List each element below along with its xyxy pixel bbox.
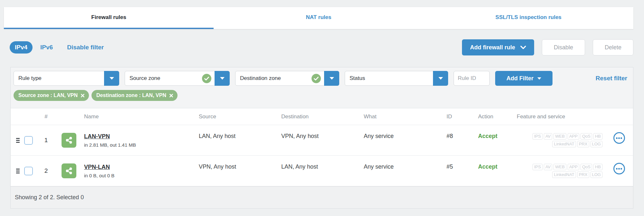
filter-bar: Rule type Source zone Destination zone S… [11,67,633,86]
row-cell-source: LAN, Any host [194,125,276,155]
badge-linkednat: LinkedNAT [552,172,576,178]
tab-firewall-rules[interactable]: Firewall rules [4,7,214,29]
dropdown-arrow-button[interactable] [104,71,119,86]
row-cell-what: Any service [359,125,441,155]
caret-down-icon [537,77,541,80]
showing-count-text: Showing 2 of 2. Selected 0 [15,194,84,201]
row-cell-id: #5 [441,156,470,186]
badge-web: WEB [553,133,566,140]
rule-name-link[interactable]: VPN-LAN [84,164,110,170]
rules-table: # Name Source Destination What ID Action… [11,108,633,208]
rule-traffic-stats: in 0 B, out 0 B [84,173,114,178]
badge-av: AV [544,164,552,170]
rule-type-dropdown[interactable]: Rule type [14,71,119,86]
tab-nat-rules[interactable]: NAT rules [214,7,423,29]
row-cell-action: Accept [470,125,512,155]
filter-applied-check-icon [312,74,321,83]
header-drag-spacer [11,108,20,125]
destination-zone-filter-chip[interactable]: Destination zone : LAN, VPN [91,90,178,101]
caret-down-icon [220,77,225,80]
rules-panel: Rule type Source zone Destination zone S… [10,67,633,209]
add-firewall-rule-button[interactable]: Add firewall rule [462,39,534,55]
row-actions-menu-icon[interactable] [613,163,625,174]
dropdown-arrow-button[interactable] [324,71,339,86]
reset-filter-link[interactable]: Reset filter [596,75,627,82]
rule-id-input[interactable] [454,71,490,86]
badge-app: APP [568,164,579,170]
disable-filter-link[interactable]: Disable filter [67,44,104,51]
row-cell-drag [11,156,20,186]
rule-share-icon [62,133,76,148]
header-feature-and-service: Feature and service [512,108,605,125]
drag-handle-icon[interactable] [15,167,20,175]
source-zone-dropdown-label: Source zone [125,75,160,82]
row-cell-id: #8 [441,125,470,155]
badge-row-top: IPS AV WEB APP QoS HB [533,133,602,140]
row-cell-number: 2 [36,156,56,186]
destination-zone-dropdown-label: Destination zone [235,75,281,82]
row-cell-destination: LAN, Any host [276,156,359,186]
disable-button[interactable]: Disable [542,39,585,55]
chevron-down-icon [520,45,526,49]
badge-hb: HB [593,164,602,170]
rule-share-icon [62,163,76,178]
row-cell-checkbox [20,125,36,155]
rule-name-link[interactable]: LAN-VPN [84,133,110,140]
badge-log: LOG [591,172,602,178]
remove-chip-icon[interactable] [81,94,84,97]
row-cell-name: VPN-LAN in 0 B, out 0 B [56,156,194,186]
header-destination: Destination [276,108,359,125]
remove-chip-icon[interactable] [169,94,173,97]
header-number: # [36,108,56,125]
badge-log: LOG [591,141,602,147]
header-name: Name [56,108,194,125]
badge-row-top: IPS AV WEB APP QoS HB [533,164,602,170]
dropdown-arrow-button[interactable] [215,71,230,86]
row-actions-menu-icon[interactable] [613,132,625,144]
ipv4-toggle[interactable]: IPv4 [10,41,33,54]
tab-ssl-tls-inspection-rules[interactable]: SSL/TLS inspection rules [424,7,633,29]
row-cell-action: Accept [470,156,512,186]
badge-app: APP [568,133,579,140]
dropdown-arrow-button[interactable] [433,71,448,86]
chip-label: Source zone : LAN, VPN [18,93,78,98]
tab-bar: Firewall rules NAT rules SSL/TLS inspect… [4,7,633,29]
destination-zone-dropdown[interactable]: Destination zone [235,71,339,86]
toolbar: IPv4 IPv6 Disable filter Add firewall ru… [10,39,633,55]
add-filter-button[interactable]: Add Filter [495,71,553,86]
row-cell-menu [605,156,633,186]
badge-ips: IPS [533,133,543,140]
rule-name-block: VPN-LAN in 0 B, out 0 B [84,164,114,178]
source-zone-filter-chip[interactable]: Source zone : LAN, VPN [14,90,89,101]
rule-name-block: LAN-VPN in 2.81 MB, out 1.41 MB [84,133,136,148]
badge-hb: HB [593,133,602,140]
status-dropdown[interactable]: Status [345,71,448,86]
badge-web: WEB [553,164,566,170]
row-cell-drag [11,125,20,155]
header-source: Source [194,108,276,125]
row-cell-what: Any service [359,156,441,186]
row-cell-source: VPN, Any host [194,156,276,186]
rule-traffic-stats: in 2.81 MB, out 1.41 MB [84,142,136,148]
source-zone-dropdown[interactable]: Source zone [125,71,230,86]
row-cell-menu [605,125,633,155]
badge-av: AV [544,133,552,140]
badge-ips: IPS [533,164,543,170]
delete-button[interactable]: Delete [593,39,633,55]
badge-prx: PRX [577,141,589,147]
row-cell-number: 1 [36,125,56,155]
table-header-row: # Name Source Destination What ID Action… [11,108,633,125]
badge-row-bottom: LinkedNAT PRX LOG [552,141,602,147]
add-firewall-rule-label: Add firewall rule [470,44,515,51]
badge-qos: QoS [581,164,592,170]
row-checkbox[interactable] [24,167,33,175]
drag-handle-icon[interactable] [15,137,20,144]
badge-prx: PRX [577,172,589,178]
add-filter-label: Add Filter [506,75,533,82]
header-what: What [359,108,441,125]
caret-down-icon [330,77,334,80]
row-checkbox[interactable] [24,136,33,145]
ipv6-toggle[interactable]: IPv6 [40,44,53,51]
chip-label: Destination zone : LAN, VPN [96,93,166,98]
caret-down-icon [110,77,114,80]
